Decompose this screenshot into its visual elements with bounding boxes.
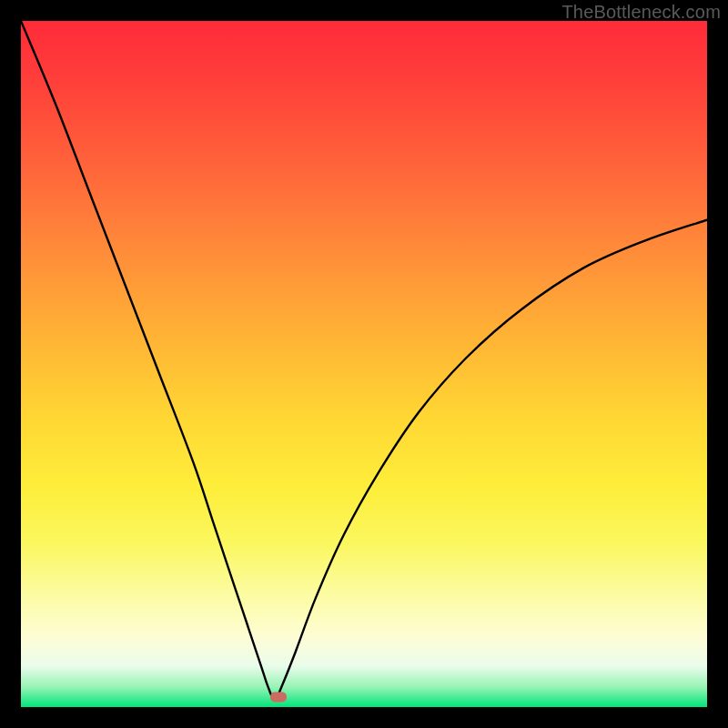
curve-path	[21, 21, 707, 701]
plot-area	[21, 21, 707, 707]
watermark-text: TheBottleneck.com	[561, 2, 721, 23]
bottleneck-curve	[21, 21, 707, 707]
optimum-marker	[270, 692, 287, 702]
